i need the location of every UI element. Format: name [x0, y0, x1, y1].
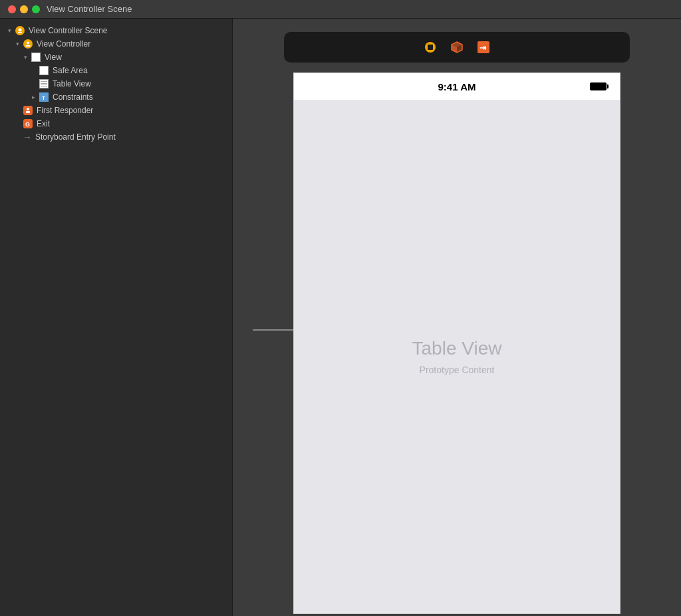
view-label: View — [45, 53, 62, 62]
scene-icon — [15, 25, 25, 36]
sidebar-item-exit[interactable]: G Exit — [0, 117, 232, 130]
sidebar-item-safearea[interactable]: Safe Area — [0, 64, 232, 77]
svg-point-5 — [27, 108, 29, 110]
expand-arrow-vc[interactable] — [13, 40, 21, 48]
expand-arrow-firstresponder — [13, 106, 21, 114]
sidebar-item-constraints[interactable]: T Constraints — [0, 90, 232, 104]
minimize-button[interactable] — [20, 5, 28, 13]
sidebar-item-vc[interactable]: View Controller — [0, 37, 232, 51]
sidebar-item-tableview[interactable]: Table View — [0, 77, 232, 90]
expand-arrow-view[interactable] — [21, 53, 29, 61]
svg-text:T: T — [42, 95, 45, 100]
sidebar-item-view[interactable]: View — [0, 51, 232, 64]
status-bar: 9:41 AM — [294, 73, 620, 100]
scene-label: View Controller Scene — [29, 26, 108, 35]
exit-label: Exit — [37, 119, 50, 128]
safearea-icon — [39, 65, 49, 76]
maximize-button[interactable] — [32, 5, 40, 13]
svg-rect-1 — [18, 32, 22, 33]
svg-point-0 — [19, 29, 22, 32]
firstresponder-icon — [23, 105, 33, 116]
share-button[interactable]: ⇥ — [474, 38, 493, 57]
stop-button[interactable] — [421, 38, 440, 57]
main-layout: View Controller Scene View Controller V — [0, 19, 681, 616]
constraints-label: Constraints — [53, 92, 93, 102]
sidebar-item-entrypoint[interactable]: → Storyboard Entry Point — [0, 130, 232, 144]
window-controls — [8, 5, 40, 13]
sidebar-item-scene[interactable]: View Controller Scene — [0, 24, 232, 37]
window-title: View Controller Scene — [47, 4, 132, 14]
entrypoint-label: Storyboard Entry Point — [35, 132, 116, 142]
svg-rect-3 — [26, 45, 31, 47]
status-time: 9:41 AM — [438, 81, 476, 92]
svg-rect-6 — [26, 111, 30, 113]
firstresponder-label: First Responder — [37, 106, 93, 115]
svg-rect-9 — [428, 45, 433, 50]
battery-icon — [590, 82, 607, 90]
safearea-label: Safe Area — [53, 66, 88, 75]
expand-arrow-constraints[interactable] — [29, 93, 37, 101]
tableview-main-label: Table View — [412, 338, 502, 359]
expand-arrow-exit — [13, 120, 21, 128]
sidebar: View Controller Scene View Controller V — [0, 19, 233, 616]
iphone-frame: 9:41 AM Table View Prototype Content — [294, 73, 620, 613]
entrypoint-arrow-icon: → — [23, 132, 32, 142]
sidebar-item-firstresponder[interactable]: First Responder — [0, 104, 232, 117]
tableview-tree-icon — [39, 78, 49, 89]
svg-text:G: G — [25, 121, 30, 127]
expand-arrow-safearea — [29, 67, 37, 75]
canvas-toolbar: ⇥ — [284, 32, 630, 63]
view-icon — [31, 52, 41, 63]
constraints-icon: T — [39, 92, 49, 102]
cube-button[interactable] — [448, 38, 466, 57]
svg-text:⇥: ⇥ — [479, 43, 486, 53]
vc-icon — [23, 39, 33, 49]
prototype-sublabel: Prototype Content — [420, 365, 495, 375]
expand-arrow-scene[interactable] — [5, 27, 13, 35]
close-button[interactable] — [8, 5, 16, 13]
expand-arrow-tableview — [29, 80, 37, 88]
vc-label: View Controller — [37, 39, 90, 49]
exit-icon: G — [23, 118, 33, 129]
canvas: ⇥ 9:41 AM Table View Prot — [233, 19, 681, 616]
iphone-content: Table View Prototype Content — [294, 100, 620, 613]
title-bar: View Controller Scene — [0, 0, 681, 19]
svg-point-2 — [27, 42, 29, 45]
tableview-label-tree: Table View — [53, 79, 91, 88]
expand-arrow-entrypoint — [13, 133, 21, 141]
